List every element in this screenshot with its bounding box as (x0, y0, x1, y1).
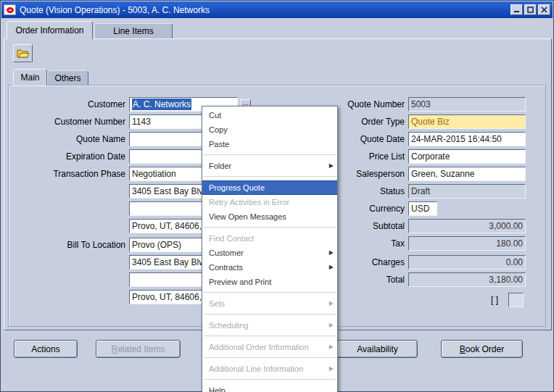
submenu-arrow-icon: ▶ (329, 260, 334, 275)
price-list-label: Price List (333, 149, 405, 164)
menu-separator (202, 376, 337, 383)
total-field: 3,180.00 (408, 272, 526, 287)
charges-field: 0.00 (408, 255, 526, 270)
submenu-arrow-icon: ▶ (329, 318, 334, 333)
quote-date-field[interactable]: 24-MAR-2015 16:44:50 (408, 132, 526, 146)
subtab-others-label: Others (54, 73, 80, 83)
folder-tools-button[interactable] (13, 44, 33, 62)
menu-separator (202, 333, 337, 340)
menu-separator (202, 151, 337, 159)
quote-date-label: Quote Date (333, 132, 405, 146)
close-button[interactable] (538, 4, 550, 15)
context-menu: Cut Copy Paste Folder ▶ Progress Quote R… (202, 106, 338, 392)
tab-line-items[interactable]: Line Items (94, 23, 173, 38)
customer-label: Customer (15, 97, 125, 112)
status-field: Draft (408, 184, 526, 199)
transaction-phase-label: Transaction Phase (15, 167, 125, 181)
menu-separator (202, 173, 337, 180)
submenu-arrow-icon: ▶ (329, 362, 334, 376)
salesperson-field[interactable]: Green, Suzanne (408, 167, 526, 181)
related-items-button: Related Items (96, 340, 181, 358)
submenu-arrow-icon: ▶ (329, 246, 334, 260)
application-window: Quote (Vision Operations) - 5003, A. C. … (0, 0, 554, 392)
subtab-others[interactable]: Others (47, 70, 88, 85)
close-icon (541, 7, 547, 13)
currency-label: Currency (333, 201, 405, 216)
bill-to-location-label: Bill To Location (15, 238, 125, 252)
window-title: Quote (Vision Operations) - 5003, A. C. … (20, 5, 210, 15)
menu-item-folder[interactable]: Folder ▶ (202, 159, 337, 173)
related-items-button-label: elated Items (117, 344, 165, 354)
actions-button[interactable]: Actions (14, 340, 78, 358)
menu-item-contracts[interactable]: Contracts ▶ (202, 260, 337, 275)
flexfield-box[interactable] (508, 293, 524, 307)
menu-item-progress-quote[interactable]: Progress Quote (202, 180, 337, 195)
menu-item-additional-line-information: Additional Line Information ▶ (202, 362, 337, 376)
flexfield-indicator: [ ] (491, 295, 498, 305)
submenu-arrow-icon: ▶ (329, 296, 334, 311)
customer-selected-text: A. C. Networks (132, 99, 191, 110)
oracle-logo-icon (4, 4, 16, 15)
order-type-field[interactable]: Quote Biz (408, 114, 526, 129)
minimize-icon (513, 7, 520, 13)
submenu-arrow-icon: ▶ (329, 340, 334, 354)
tab-order-information-label: Order Information (15, 25, 83, 36)
quote-number-label: Quote Number (333, 97, 405, 112)
currency-field[interactable]: USD (408, 201, 437, 216)
menu-item-copy[interactable]: Copy (202, 122, 337, 137)
menu-item-help[interactable]: Help (202, 383, 337, 392)
tab-line-items-label: Line Items (113, 26, 153, 36)
title-bar[interactable]: Quote (Vision Operations) - 5003, A. C. … (1, 1, 553, 18)
actions-button-label: Actions (31, 344, 59, 354)
availability-button[interactable]: Availability (337, 340, 418, 358)
open-folder-icon (17, 49, 30, 58)
menu-item-sets: Sets ▶ (202, 296, 337, 311)
availability-button-label: Availability (357, 344, 397, 354)
tax-label: Tax (333, 236, 405, 251)
book-order-button-label: ook Order (466, 344, 504, 354)
expiration-date-label: Expiration Date (15, 149, 125, 164)
menu-item-retry-activities-in-error: Retry Activities in Error (202, 195, 337, 209)
tax-field: 180.00 (408, 236, 526, 251)
charges-label: Charges (333, 255, 405, 270)
subtab-main[interactable]: Main (13, 69, 47, 86)
maximize-icon (527, 7, 534, 13)
minimize-button[interactable] (510, 4, 523, 15)
menu-item-cut[interactable]: Cut (202, 108, 337, 122)
price-list-field[interactable]: Corporate (408, 149, 526, 164)
customer-number-label: Customer Number (15, 114, 125, 129)
menu-separator (202, 311, 337, 318)
salesperson-label: Salesperson (333, 167, 405, 181)
menu-item-find-contact: Find Contact (202, 231, 337, 246)
subtotal-field: 3,000.00 (408, 219, 526, 233)
order-type-label: Order Type (333, 114, 405, 129)
tab-order-information[interactable]: Order Information (7, 21, 93, 39)
menu-item-preview-and-print[interactable]: Preview and Print (202, 275, 337, 289)
quote-name-label: Quote Name (15, 132, 125, 146)
subtab-main-label: Main (20, 72, 39, 83)
subtotal-label: Subtotal (333, 219, 405, 233)
maximize-button[interactable] (524, 4, 537, 15)
menu-separator (202, 224, 337, 231)
menu-separator (202, 289, 337, 296)
window-controls (510, 4, 550, 15)
menu-item-view-open-messages[interactable]: View Open Messages (202, 209, 337, 224)
total-label: Total (333, 272, 405, 287)
submenu-arrow-icon: ▶ (329, 159, 334, 173)
menu-item-paste[interactable]: Paste (202, 137, 337, 151)
menu-item-scheduling: Scheduling ▶ (202, 318, 337, 333)
menu-item-additional-order-information: Additional Order Information ▶ (202, 340, 337, 354)
quote-number-field: 5003 (408, 97, 526, 112)
book-order-button[interactable]: Book Order (441, 340, 523, 358)
status-label: Status (333, 184, 405, 199)
menu-separator (202, 354, 337, 362)
menu-item-customer[interactable]: Customer ▶ (202, 246, 337, 260)
